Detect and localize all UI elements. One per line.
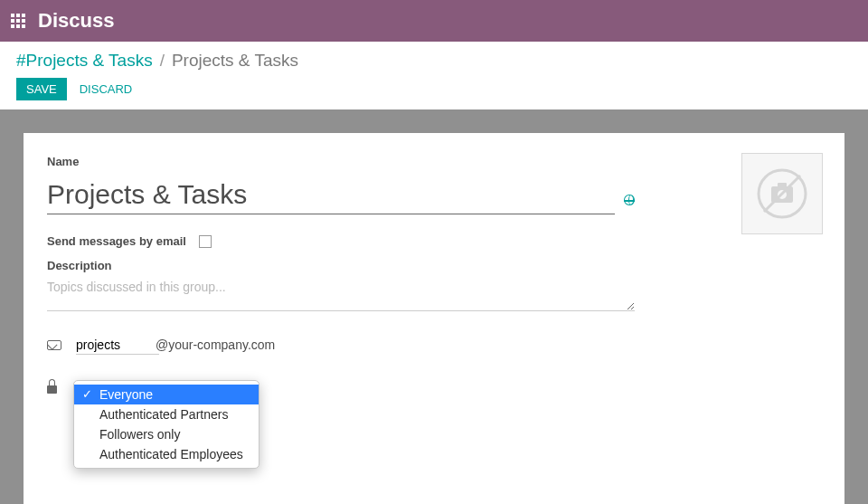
privacy-option-authenticated-employees[interactable]: Authenticated Employees xyxy=(74,444,259,464)
breadcrumb-separator: / xyxy=(160,51,165,71)
mail-icon xyxy=(47,340,61,350)
name-label: Name xyxy=(47,155,635,168)
main-fields: Name Send messages by email Description … xyxy=(47,155,635,469)
apps-icon[interactable] xyxy=(11,14,25,28)
privacy-row: Everyone Authenticated Partners Follower… xyxy=(47,380,635,469)
app-title: Discuss xyxy=(38,9,114,33)
form-sheet: Name Send messages by email Description … xyxy=(24,133,844,504)
lock-icon xyxy=(47,385,57,394)
save-button[interactable]: SAVE xyxy=(16,78,67,100)
privacy-option-everyone[interactable]: Everyone xyxy=(74,385,259,404)
breadcrumb-bar: #Projects & Tasks / Projects & Tasks xyxy=(0,42,868,71)
email-alias-input[interactable] xyxy=(76,336,159,355)
image-placeholder[interactable] xyxy=(741,153,823,234)
top-nav: Discuss xyxy=(0,0,868,42)
svg-rect-2 xyxy=(778,183,787,188)
privacy-option-authenticated-partners[interactable]: Authenticated Partners xyxy=(74,404,259,424)
breadcrumb-root-link[interactable]: #Projects & Tasks xyxy=(16,51,153,71)
name-input[interactable] xyxy=(47,174,615,214)
svg-line-4 xyxy=(764,176,800,212)
action-bar: SAVE DISCARD xyxy=(0,71,868,109)
form-canvas: Name Send messages by email Description … xyxy=(0,109,868,504)
email-alias-row: @your-company.com xyxy=(47,336,635,355)
privacy-option-followers-only[interactable]: Followers only xyxy=(74,424,259,444)
privacy-dropdown[interactable]: Everyone Authenticated Partners Follower… xyxy=(73,380,259,469)
breadcrumb: #Projects & Tasks / Projects & Tasks xyxy=(16,51,852,71)
no-image-icon xyxy=(753,165,811,223)
description-label: Description xyxy=(47,259,635,272)
description-input[interactable] xyxy=(47,278,635,311)
email-domain: @your-company.com xyxy=(156,338,275,352)
send-email-checkbox[interactable] xyxy=(199,235,212,248)
globe-icon[interactable] xyxy=(624,195,635,205)
discard-button[interactable]: DISCARD xyxy=(80,82,133,96)
send-email-label: Send messages by email xyxy=(47,234,186,248)
breadcrumb-current: Projects & Tasks xyxy=(172,51,298,71)
